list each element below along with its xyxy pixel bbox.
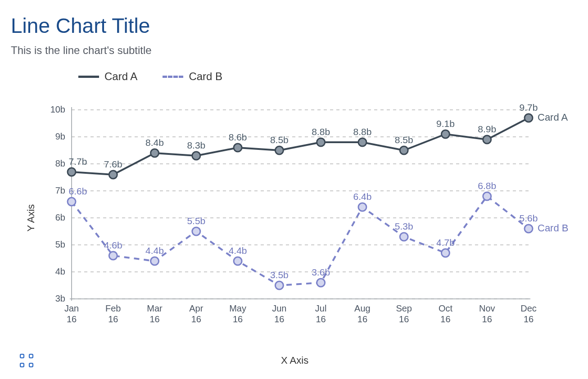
data-label: 6.4b bbox=[353, 191, 371, 202]
chart-subtitle: This is the line chart's subtitle bbox=[11, 44, 577, 57]
data-point[interactable] bbox=[275, 281, 283, 289]
data-point[interactable] bbox=[317, 279, 325, 287]
data-point[interactable] bbox=[192, 152, 200, 160]
data-point[interactable] bbox=[483, 192, 491, 200]
data-point[interactable] bbox=[400, 146, 408, 154]
data-point[interactable] bbox=[275, 146, 283, 154]
data-point[interactable] bbox=[109, 171, 117, 179]
data-label: 6.8b bbox=[478, 180, 496, 191]
data-point[interactable] bbox=[441, 249, 449, 257]
data-label: 9.1b bbox=[436, 118, 455, 129]
x-tick-label: 16 bbox=[524, 314, 534, 324]
data-label: 4.6b bbox=[104, 240, 122, 250]
data-point[interactable] bbox=[358, 138, 366, 146]
y-tick-label: 9b bbox=[55, 131, 65, 141]
data-label: 4.4b bbox=[229, 245, 247, 256]
x-tick-label: Jan bbox=[64, 303, 79, 313]
y-tick-label: 4b bbox=[55, 266, 65, 276]
data-point[interactable] bbox=[234, 144, 242, 152]
x-tick-label: 16 bbox=[149, 314, 159, 324]
x-tick-label: Feb bbox=[105, 303, 121, 313]
x-tick-label: 16 bbox=[440, 314, 450, 324]
data-label: 8.5b bbox=[270, 135, 289, 145]
data-label: 8.5b bbox=[395, 135, 413, 145]
x-tick-label: 16 bbox=[274, 314, 284, 324]
x-tick-label: Apr bbox=[189, 303, 203, 313]
x-tick-label: Aug bbox=[354, 303, 371, 313]
series-end-label-card-a: Card A bbox=[538, 112, 568, 123]
series-line-card-a bbox=[72, 118, 529, 175]
data-label: 5.5b bbox=[187, 216, 205, 226]
data-label: 8.8b bbox=[312, 126, 330, 137]
data-label: 8.9b bbox=[478, 124, 496, 134]
data-label: 8.3b bbox=[187, 140, 205, 150]
data-point[interactable] bbox=[68, 168, 76, 176]
line-chart: Y Axis 3b4b5b6b7b8b9b10b 7.7b7.6b8.4b8.3… bbox=[29, 101, 577, 339]
data-point[interactable] bbox=[109, 252, 117, 260]
data-point[interactable] bbox=[525, 225, 533, 233]
chart-canvas: 3b4b5b6b7b8b9b10b 7.7b7.6b8.4b8.3b8.6b8.… bbox=[29, 101, 578, 339]
x-tick-label: Nov bbox=[479, 303, 495, 313]
data-point[interactable] bbox=[400, 233, 408, 241]
x-tick-label: Mar bbox=[147, 303, 163, 313]
y-tick-label: 5b bbox=[55, 239, 65, 249]
y-tick-label: 3b bbox=[55, 293, 65, 303]
legend-item-card-a[interactable]: Card A bbox=[78, 70, 137, 83]
x-tick-label: 16 bbox=[67, 314, 77, 324]
x-tick-label: Sep bbox=[396, 303, 412, 313]
x-tick-label: 16 bbox=[482, 314, 492, 324]
x-tick-label: Dec bbox=[520, 303, 537, 313]
x-tick-label: May bbox=[229, 303, 246, 313]
x-tick-label: Oct bbox=[439, 303, 453, 313]
chart-title: Line Chart Title bbox=[11, 14, 577, 38]
x-tick-label: 16 bbox=[233, 314, 243, 324]
data-point[interactable] bbox=[441, 130, 449, 138]
y-tick-label: 6b bbox=[55, 212, 65, 222]
series-end-label-card-b: Card B bbox=[538, 222, 568, 234]
x-tick-label: 16 bbox=[316, 314, 326, 324]
x-tick-label: 16 bbox=[191, 314, 201, 324]
y-tick-label: 10b bbox=[50, 104, 65, 114]
x-tick-label: Jul bbox=[315, 303, 327, 313]
x-tick-label: 16 bbox=[399, 314, 409, 324]
data-point[interactable] bbox=[151, 149, 159, 157]
legend-item-card-b[interactable]: Card B bbox=[163, 70, 222, 83]
data-point[interactable] bbox=[525, 114, 533, 122]
data-label: 3.5b bbox=[270, 270, 289, 280]
data-label: 8.6b bbox=[229, 132, 247, 142]
x-tick-label: 16 bbox=[108, 314, 118, 324]
line-swatch-icon bbox=[78, 76, 99, 78]
y-tick-label: 8b bbox=[55, 158, 65, 168]
x-tick-label: 16 bbox=[357, 314, 367, 324]
data-point[interactable] bbox=[151, 257, 159, 265]
legend-label: Card B bbox=[189, 70, 222, 83]
data-label: 6.6b bbox=[69, 186, 87, 196]
legend-label: Card A bbox=[104, 70, 137, 83]
data-label: 4.4b bbox=[145, 245, 164, 256]
legend: Card A Card B bbox=[78, 70, 577, 83]
data-label: 9.7b bbox=[520, 102, 538, 113]
data-label: 8.8b bbox=[353, 126, 371, 137]
data-label: 7.6b bbox=[104, 159, 122, 169]
y-axis-title: Y Axis bbox=[25, 204, 37, 232]
data-point[interactable] bbox=[358, 203, 366, 211]
data-label: 5.3b bbox=[395, 221, 413, 231]
data-label: 4.7b bbox=[436, 237, 455, 248]
data-point[interactable] bbox=[483, 135, 491, 144]
data-label: 5.6b bbox=[520, 213, 538, 223]
line-swatch-icon bbox=[163, 76, 183, 78]
data-point[interactable] bbox=[68, 198, 76, 206]
x-axis-title: X Axis bbox=[281, 355, 308, 366]
x-tick-label: Jun bbox=[272, 303, 286, 313]
data-label: 3.6b bbox=[312, 267, 330, 277]
data-point[interactable] bbox=[192, 227, 200, 235]
data-point[interactable] bbox=[234, 257, 242, 265]
grid-view-icon[interactable] bbox=[20, 354, 33, 367]
y-tick-label: 7b bbox=[55, 185, 65, 195]
data-point[interactable] bbox=[317, 138, 325, 146]
data-label: 8.4b bbox=[145, 137, 164, 148]
data-label: 7.7b bbox=[69, 156, 87, 167]
